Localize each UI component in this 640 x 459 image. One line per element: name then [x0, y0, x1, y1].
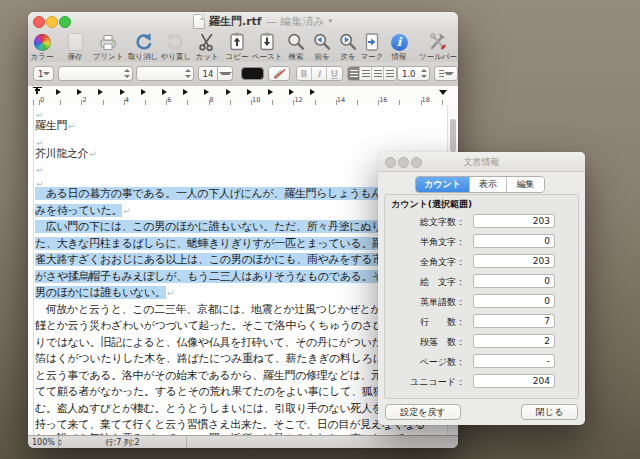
document-line: りではない。旧記によると、仏像や仏具を打砕いて、その丹にがついたり、金銀の — [35, 336, 437, 349]
title-chevron-icon[interactable]: ▾ — [328, 17, 332, 25]
toolbar-button-label: 保存 — [68, 52, 83, 61]
toolbar-button-label: カラー — [31, 52, 54, 61]
count-value-field: 0 — [473, 274, 555, 288]
text-color-swatch[interactable] — [241, 67, 264, 80]
align-justify-button[interactable] — [384, 67, 396, 80]
font-size-field[interactable]: 14 — [198, 66, 218, 81]
tab-stop-marker[interactable] — [268, 89, 273, 95]
zoom-level: 100% — [32, 438, 55, 447]
count-row: 絵 文字：0 — [385, 274, 578, 288]
ruler-number: 2 — [82, 96, 86, 104]
tab-display[interactable]: 表示 — [470, 177, 507, 192]
font-family-select[interactable] — [58, 66, 133, 81]
count-value-field: - — [473, 354, 555, 368]
tab-stop-marker[interactable] — [56, 89, 61, 95]
tab-count[interactable]: カウント — [416, 177, 470, 192]
ruler-number: 4 — [125, 96, 129, 104]
count-group-box: カウント(選択範囲) 総文字数：203半角文字：0全角文字：203絵 文字：0英… — [384, 194, 579, 399]
count-row-label: 半角文字： — [393, 236, 465, 249]
tab-stop-marker[interactable] — [226, 89, 231, 95]
return-mark-icon: ↵ — [36, 165, 43, 175]
info-circle-icon: i — [391, 32, 408, 52]
count-row: ユニコード：204 — [385, 374, 578, 388]
document-line: と云う事である。洛中がその始末であるから、羅生門の修理などは、元より誰も捨 — [35, 369, 436, 382]
document-line-text: みを待っていた。 — [35, 204, 122, 217]
chevron-down-icon — [43, 72, 50, 75]
panel-title-bar[interactable]: 文書情報 — [378, 152, 585, 172]
count-row: 半角文字：0 — [385, 234, 578, 248]
tab-stop-marker[interactable] — [247, 89, 252, 95]
style-picker[interactable]: 1 — [33, 66, 54, 81]
document-line-text: 持って来て、棄てて行くと云う習慣さえ出来た。そこで、日の目が見えなくなる — [35, 418, 426, 431]
underline-button[interactable]: U — [327, 67, 342, 80]
close-panel-button[interactable]: 閉じる — [521, 404, 578, 420]
stepper-icon — [420, 69, 427, 78]
count-row-label: 全角文字： — [393, 256, 465, 269]
stepper-icon — [184, 69, 191, 78]
panel-tabs: カウント表示編集 — [415, 176, 545, 193]
reset-settings-button[interactable]: 設定を戻す — [385, 404, 461, 420]
count-value-field: 203 — [473, 254, 555, 268]
font-size-dropdown[interactable] — [217, 66, 233, 81]
count-row: 英単語数：0 — [385, 294, 578, 308]
document-line: てて顧る者がなかった。するとその荒れ果てたのをよい事にして、狐狸こりが棲 — [35, 385, 427, 398]
count-row-label: ページ数： — [393, 356, 465, 369]
scrollbar-thumb[interactable] — [450, 119, 456, 152]
highlight-pen-button[interactable] — [268, 66, 290, 81]
text-style-group: B I U — [296, 66, 343, 81]
tab-stop-marker[interactable] — [310, 89, 315, 95]
align-center-button[interactable] — [360, 67, 372, 80]
ruler-number: 8 — [210, 96, 214, 104]
right-margin-marker[interactable] — [439, 90, 447, 95]
italic-button[interactable]: I — [312, 67, 327, 80]
ruler-number: 18 — [422, 96, 430, 104]
tab-edit[interactable]: 編集 — [507, 177, 544, 192]
document-line-text: む。盗人ぬすびとが棲む。とうとうしまいには、引取り手のない死人を、この門へ — [35, 402, 437, 415]
ruler-number: 12 — [294, 96, 302, 104]
document-proxy-icon[interactable] — [193, 14, 205, 29]
count-value-field: 0 — [473, 294, 555, 308]
document-line-text: 広い門の下には、この男のほかに誰もいない。ただ、所々丹塗にぬりの剥げ — [35, 220, 415, 233]
close-window-button[interactable] — [33, 16, 45, 28]
tab-stop-marker[interactable] — [204, 89, 209, 95]
printer-icon — [98, 32, 118, 52]
document-line: む。盗人ぬすびとが棲む。とうとうしまいには、引取り手のない死人を、この門へ — [35, 402, 437, 415]
zoom-window-button[interactable] — [59, 16, 71, 28]
document-line-text: りではない。旧記によると、仏像や仏具を打砕いて、その丹にがついたり、金銀の — [35, 336, 437, 349]
tab-stop-marker[interactable] — [77, 89, 82, 95]
font-typeface-select[interactable] — [136, 66, 194, 81]
zoom-control[interactable]: 100% — [28, 436, 59, 448]
tab-stop-marker[interactable] — [183, 89, 188, 95]
count-value-field: 7 — [473, 314, 555, 328]
toolbar: カラー保存プリント取り消しやり直しカットコピーペースト検索前を次をマークi情報ツ… — [28, 30, 458, 63]
first-line-indent-marker[interactable] — [33, 87, 42, 96]
ruler[interactable]: 024681012141618 — [28, 86, 458, 106]
return-mark-icon: ↵ — [123, 206, 130, 216]
tab-stop-marker[interactable] — [98, 89, 103, 95]
toolbar-button-label: ツールバー — [419, 52, 457, 61]
list-style-dropdown[interactable] — [434, 66, 458, 81]
count-row-label: 絵 文字： — [393, 276, 465, 289]
align-left-icon — [350, 70, 358, 77]
document-line-text: てて顧る者がなかった。するとその荒れ果てたのをよい事にして、狐狸こりが棲 — [35, 385, 427, 398]
tab-stop-marker[interactable] — [120, 89, 125, 95]
count-value-field: 204 — [473, 374, 555, 388]
window-edited-state: — 編集済み — [266, 14, 325, 29]
bold-button[interactable]: B — [297, 67, 312, 80]
align-right-button[interactable] — [372, 67, 384, 80]
title-bar[interactable]: 羅生門.rtf — 編集済み ▾ — [28, 12, 458, 31]
count-section-label: カウント(選択範囲) — [391, 198, 472, 211]
document-line-text: ある日の暮方の事である。一人の下人げにんが、羅生門らしょうもんの下で雨や — [35, 187, 436, 200]
line-spacing-stepper[interactable]: 1.0 — [397, 66, 430, 81]
pen-slash-icon — [272, 68, 287, 79]
tab-stop-marker[interactable] — [141, 89, 146, 95]
tab-stop-marker[interactable] — [162, 89, 167, 95]
tab-stop-marker[interactable] — [289, 89, 294, 95]
align-left-button[interactable] — [348, 67, 360, 80]
minimize-window-button[interactable] — [46, 16, 58, 28]
save-document-icon — [68, 32, 83, 52]
document-info-panel: 文書情報 カウント表示編集 カウント(選択範囲) 総文字数：203半角文字：0全… — [378, 152, 585, 425]
count-value-field: 0 — [473, 234, 555, 248]
toolbar-button-toolbar-tools[interactable]: ツールバー — [415, 32, 458, 61]
align-justify-icon — [386, 70, 394, 77]
